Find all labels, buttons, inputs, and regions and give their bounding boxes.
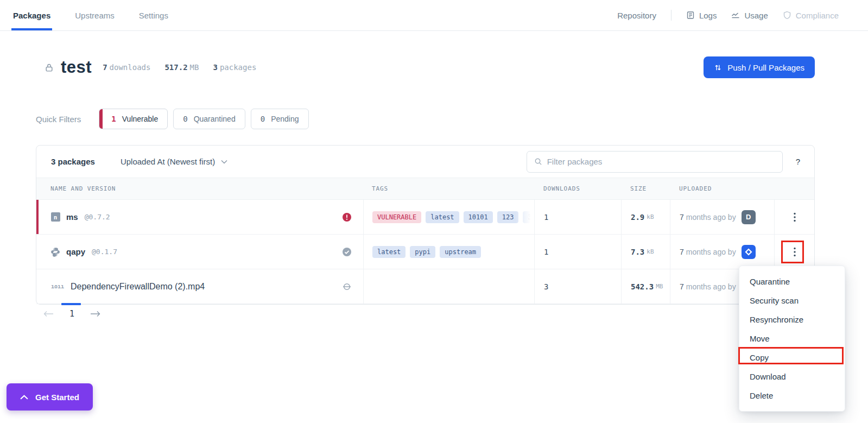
- tag-vulnerable[interactable]: VULNERABLE: [372, 211, 421, 223]
- tag[interactable]: latest: [372, 246, 406, 258]
- row-actions-kebab-button-open[interactable]: [788, 244, 801, 260]
- not-scanned-icon: [342, 282, 352, 292]
- page-number[interactable]: 1: [69, 309, 74, 319]
- table-row-ms[interactable]: n ms @0.7.2 VULNERABLE latest 10101 123 …: [36, 200, 814, 235]
- next-page-button[interactable]: [88, 308, 103, 319]
- push-pull-arrows-icon: [714, 64, 722, 72]
- tag[interactable]: 10101: [464, 211, 493, 223]
- packages-panel: 3 packages Uploaded At (Newest first) ? …: [36, 145, 815, 305]
- nav-repository[interactable]: Repository: [617, 11, 656, 20]
- packages-toolbar: 3 packages Uploaded At (Newest first) ?: [36, 146, 814, 178]
- sort-dropdown[interactable]: Uploaded At (Newest first): [121, 157, 227, 166]
- package-count: 3 packages: [51, 157, 95, 166]
- sort-label: Uploaded At (Newest first): [121, 157, 215, 166]
- tab-upstreams[interactable]: Upstreams: [75, 0, 115, 30]
- size-value: 2.9kB: [621, 200, 670, 234]
- security-scanned-icon: [342, 247, 352, 257]
- tag[interactable]: 3434: [523, 211, 534, 223]
- column-size: SIZE: [621, 185, 670, 192]
- menu-item-copy[interactable]: Copy: [739, 348, 845, 367]
- downloads-value: 3: [534, 269, 621, 304]
- uploader-avatar[interactable]: D: [742, 210, 756, 224]
- package-version: @0.1.7: [92, 248, 117, 256]
- menu-item-security-scan[interactable]: Security scan: [739, 291, 845, 310]
- stat-downloads: 7downloads: [103, 63, 150, 72]
- package-name-link[interactable]: DependencyFirewallDemo (2).mp4: [71, 282, 205, 292]
- quarantined-label: Quarantined: [194, 115, 236, 123]
- package-name-link[interactable]: ms: [66, 212, 78, 222]
- raw-file-icon: ıoıı: [50, 282, 65, 292]
- vulnerable-label: Vulnerable: [122, 115, 158, 123]
- logs-icon: [686, 11, 695, 20]
- nav-logs-label: Logs: [699, 11, 717, 20]
- nav-usage[interactable]: Usage: [731, 11, 768, 20]
- repo-title: test: [61, 58, 92, 77]
- tab-packages-label: Packages: [13, 11, 50, 20]
- table-row-qapy[interactable]: qapy @0.1.7 latest pypi upstream 1 7.3kB…: [36, 235, 814, 269]
- quarantined-count: 0: [183, 115, 187, 123]
- downloads-value: 1: [534, 200, 621, 234]
- search-icon: [527, 157, 542, 166]
- menu-item-move[interactable]: Move: [739, 329, 845, 348]
- tag[interactable]: pypi: [410, 246, 435, 258]
- tab-settings[interactable]: Settings: [139, 0, 168, 30]
- chevron-up-icon: [20, 395, 28, 400]
- menu-item-download[interactable]: Download: [739, 367, 845, 386]
- pagination: 1: [41, 308, 103, 319]
- push-pull-label: Push / Pull Packages: [727, 63, 804, 72]
- top-right-nav: Repository Logs Usage Compliance: [617, 10, 839, 21]
- filter-help-button[interactable]: ?: [796, 157, 800, 166]
- filter-packages-input[interactable]: [547, 157, 782, 166]
- push-pull-packages-button[interactable]: Push / Pull Packages: [704, 56, 815, 78]
- column-downloads: DOWNLOADS: [534, 185, 621, 192]
- filter-vulnerable-button[interactable]: 1 Vulnerable: [99, 109, 168, 129]
- top-navigation-bar: Packages Upstreams Settings Repository L…: [0, 0, 868, 31]
- npm-icon: n: [50, 212, 60, 222]
- size-value: 7.3kB: [621, 235, 670, 269]
- python-icon: [50, 247, 60, 257]
- repo-tabs: Packages Upstreams Settings: [13, 0, 168, 30]
- filter-pending-button[interactable]: 0 Pending: [251, 109, 309, 129]
- tag[interactable]: latest: [426, 211, 459, 223]
- package-actions-menu: Quarantine Security scan Resynchronize M…: [739, 266, 845, 412]
- nav-divider: [671, 10, 671, 21]
- tab-settings-label: Settings: [139, 11, 168, 20]
- repo-header: test 7downloads 517.2MB 3packages Push /…: [45, 56, 815, 78]
- nav-repository-label: Repository: [617, 11, 656, 20]
- usage-icon: [731, 11, 740, 20]
- stat-packages: 3packages: [213, 63, 256, 72]
- filter-packages-field: [527, 151, 783, 173]
- uploaded-value: 7months ago by D: [670, 200, 774, 234]
- nav-logs[interactable]: Logs: [686, 11, 717, 20]
- stat-size: 517.2MB: [164, 63, 199, 72]
- pending-count: 0: [261, 115, 265, 123]
- tag[interactable]: 123: [497, 211, 519, 223]
- lock-icon: [45, 63, 54, 72]
- tab-packages[interactable]: Packages: [13, 0, 50, 30]
- tab-upstreams-label: Upstreams: [75, 11, 115, 20]
- menu-item-delete[interactable]: Delete: [739, 386, 845, 405]
- previous-page-button[interactable]: [41, 308, 56, 319]
- quick-filters-label: Quick Filters: [36, 115, 81, 124]
- column-name-and-version: NAME AND VERSION: [36, 185, 363, 192]
- downloads-value: 1: [534, 235, 621, 269]
- package-name-link[interactable]: qapy: [66, 247, 85, 256]
- pending-label: Pending: [271, 115, 299, 123]
- menu-item-quarantine[interactable]: Quarantine: [739, 272, 845, 291]
- menu-item-resynchronize[interactable]: Resynchronize: [739, 310, 845, 329]
- chevron-down-icon: [221, 160, 227, 164]
- get-started-button[interactable]: Get Started: [7, 383, 93, 411]
- compliance-icon: [783, 11, 791, 20]
- table-row-dependencyfirewalldemo[interactable]: ıoıı DependencyFirewallDemo (2).mp4 3 54…: [36, 269, 814, 304]
- vulnerable-count: 1: [111, 115, 116, 123]
- package-version: @0.7.2: [85, 213, 110, 221]
- nav-compliance[interactable]: Compliance: [783, 11, 839, 20]
- filter-quarantined-button[interactable]: 0 Quarantined: [173, 109, 245, 129]
- size-value: 542.3MB: [621, 269, 670, 304]
- tag[interactable]: upstream: [440, 246, 481, 258]
- uploader-avatar-cloudsmith-logo[interactable]: [742, 245, 756, 259]
- repo-stats: 7downloads 517.2MB 3packages: [103, 63, 256, 72]
- column-uploaded: UPLOADED: [670, 185, 774, 192]
- active-page-indicator: [61, 303, 81, 305]
- row-actions-kebab-button[interactable]: [788, 209, 801, 225]
